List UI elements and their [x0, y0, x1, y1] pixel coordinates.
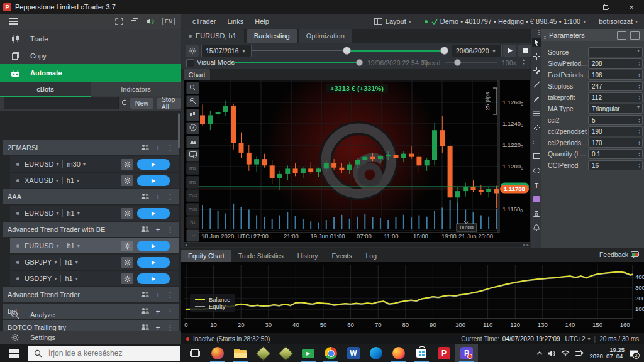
chevron-down-icon[interactable]: ▾	[77, 178, 79, 184]
chevron-down-icon[interactable]: ▾	[54, 260, 57, 265]
parameter-select[interactable]: ▾	[588, 47, 643, 57]
cbot-group-row[interactable]: Advanced Trend Trader with BE+⋮	[3, 222, 179, 237]
chevron-down-icon[interactable]: ▾	[77, 211, 80, 216]
close-button[interactable]: ×	[619, 0, 644, 14]
taskbar-app-chrome[interactable]	[319, 344, 342, 362]
tab-cbots[interactable]: cBots	[0, 82, 91, 97]
taskbar-app-word[interactable]: W	[342, 344, 365, 362]
tab-chart[interactable]: Chart	[184, 69, 210, 80]
kebab-menu-icon[interactable]: ⋮	[167, 193, 174, 201]
taskbar-app-ctrader[interactable]: P	[455, 344, 478, 362]
progress-handle[interactable]	[356, 59, 363, 66]
add-instance-button[interactable]: +	[155, 290, 160, 300]
pencil-tool-button[interactable]	[532, 95, 541, 104]
drag-grip[interactable]	[544, 31, 546, 40]
volume-icon[interactable]	[548, 350, 556, 357]
instance-symbol[interactable]: USDJPY	[25, 275, 52, 282]
crosshair-tool-button[interactable]	[532, 52, 541, 62]
kebab-menu-icon[interactable]: ⋮	[167, 291, 174, 299]
stepper-arrows[interactable]: ▴▾	[638, 151, 640, 156]
instance-play-button[interactable]: ▶	[137, 208, 170, 219]
chevron-down-icon[interactable]: ▾	[75, 276, 78, 282]
parameter-select[interactable]: Triangular▾	[588, 104, 643, 114]
tab-events[interactable]: Events	[325, 250, 358, 262]
speed-stepper[interactable]: ▴▾	[523, 58, 525, 65]
trend-line-tool-button[interactable]	[532, 80, 541, 90]
cbot-instance-row[interactable]: USDJPY▾h1▾▶	[10, 271, 179, 286]
zoom-in-button[interactable]	[186, 82, 199, 94]
parameter-input[interactable]: 5▴▾	[588, 115, 643, 125]
pen-battery-icon[interactable]	[575, 350, 584, 356]
add-instance-button[interactable]: +	[155, 225, 160, 234]
instance-play-button[interactable]: ▶	[137, 159, 170, 170]
taskbar-app-metatrader-5[interactable]	[274, 344, 297, 362]
parameter-input[interactable]: 208▴▾	[588, 58, 643, 69]
cbot-instance-row[interactable]: EURUSD▾h1▾▶	[10, 206, 179, 221]
stepper-arrows[interactable]: ▴▾	[638, 163, 640, 168]
instance-symbol[interactable]: EURUSD	[25, 160, 53, 168]
tab-indicators[interactable]: Indicators	[91, 82, 181, 96]
cbot-instance-row[interactable]: GBPJPY▾h1▾▶	[10, 255, 179, 270]
taskbar-app-file-explorer[interactable]	[229, 344, 252, 362]
parameters-header[interactable]: Parameters	[541, 29, 644, 41]
new-cbot-button[interactable]: New	[130, 98, 153, 109]
taskbar-app-task-view[interactable]	[184, 344, 206, 362]
instance-play-button[interactable]: ▶	[137, 273, 170, 284]
ellipse-tool-button[interactable]	[532, 167, 541, 176]
instance-settings-button[interactable]	[121, 273, 133, 284]
parameter-input[interactable]: 112▴▾	[588, 92, 643, 102]
more-button[interactable]: ⋯	[186, 229, 199, 242]
taskbar-app-paint[interactable]	[206, 344, 229, 362]
chevron-down-icon[interactable]: ▾	[588, 336, 591, 342]
cursor-tool-button[interactable]	[532, 38, 541, 47]
speed-track[interactable]	[445, 62, 497, 63]
chevron-down-icon[interactable]: ▾	[635, 19, 638, 25]
stepper-arrows[interactable]: ▴▾	[638, 72, 640, 77]
instance-timeframe[interactable]: h1	[67, 242, 74, 250]
instance-settings-button[interactable]	[121, 208, 133, 219]
start-button[interactable]	[0, 344, 28, 362]
instance-symbol[interactable]: GBPJPY	[25, 258, 52, 266]
stepper-arrows[interactable]: ▴▾	[638, 129, 640, 134]
wifi-icon[interactable]	[561, 350, 570, 356]
stop-backtest-button[interactable]	[518, 45, 531, 57]
instance-settings-button[interactable]	[121, 159, 133, 170]
chart-h-scrollbar[interactable]: ◂●▸	[184, 243, 530, 247]
notification-center-icon[interactable]: 2	[630, 349, 639, 358]
chevron-down-icon[interactable]: ▾	[54, 276, 57, 282]
camera-tool-button[interactable]	[532, 210, 541, 219]
language-badge[interactable]: EN	[162, 18, 175, 25]
parallel-lines-tool-button[interactable]	[532, 124, 541, 133]
popout-icon[interactable]	[617, 31, 626, 40]
sidebar-item-automate[interactable]: Automate	[0, 64, 181, 82]
minimize-button[interactable]: –	[569, 0, 594, 14]
menu-help[interactable]: Help	[255, 18, 269, 25]
timeframe-h1-button[interactable]: h1	[186, 216, 199, 229]
fit-screen-icon[interactable]	[115, 18, 123, 25]
sidebar-item-analyze[interactable]: Analyze	[0, 305, 181, 324]
timezone-selector[interactable]: UTC+2	[565, 336, 586, 343]
tab-backtesting[interactable]: Backtesting	[247, 29, 297, 43]
tab-log[interactable]: Log	[359, 250, 384, 262]
taskbar-clock[interactable]: 19:25 2020. 07. 04.	[590, 347, 625, 359]
add-instance-button[interactable]: +	[155, 143, 160, 153]
copy-params-icon[interactable]	[630, 31, 640, 40]
parameter-input[interactable]: 190▴▾	[588, 126, 643, 136]
instance-settings-button[interactable]	[121, 241, 133, 251]
parameter-input[interactable]: 170▴▾	[588, 138, 643, 148]
instance-timeframe[interactable]: m30	[67, 160, 80, 168]
restore-button[interactable]	[594, 0, 619, 14]
instance-settings-button[interactable]	[121, 257, 133, 268]
tab-trade-statistics[interactable]: Trade Statistics	[231, 250, 291, 262]
color-swatch-tool-button[interactable]	[532, 195, 541, 205]
anchor-tool-button[interactable]	[532, 67, 541, 76]
speaker-icon[interactable]	[146, 18, 155, 25]
instance-symbol[interactable]: XAUUSD	[25, 177, 53, 184]
pattern-rect-tool-button[interactable]	[532, 138, 541, 148]
chevron-down-icon[interactable]: ▾	[409, 19, 411, 25]
instance-play-button[interactable]: ▶	[137, 175, 170, 186]
alert-bell-tool-button[interactable]	[532, 224, 541, 233]
instance-symbol[interactable]: EURUSD	[25, 242, 53, 250]
taskbar-search-input[interactable]	[47, 348, 175, 358]
menu-links[interactable]: Links	[228, 18, 244, 25]
